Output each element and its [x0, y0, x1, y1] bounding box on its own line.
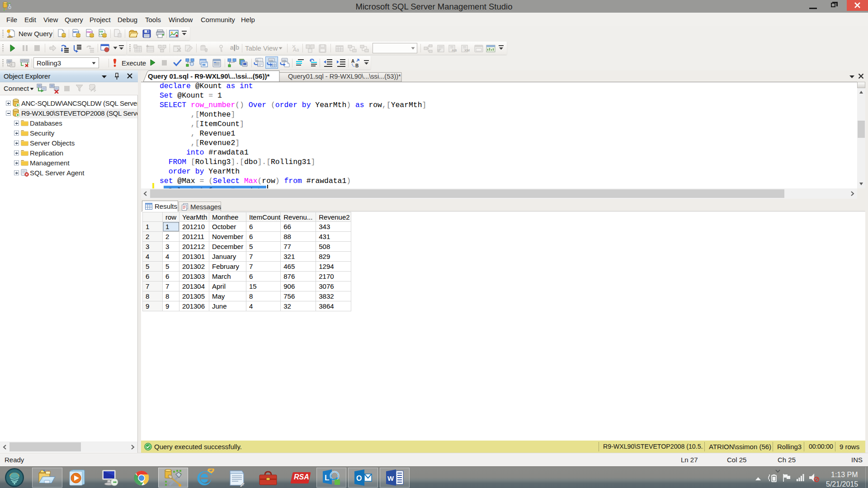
svg-text:W: W	[387, 474, 394, 482]
svg-text:A: A	[351, 59, 354, 64]
svg-text:Aa: Aa	[292, 47, 299, 52]
svg-text:MDX: MDX	[73, 31, 79, 33]
svg-text:O: O	[356, 474, 362, 482]
svg-text:B: B	[355, 63, 359, 68]
svg-text:101: 101	[282, 59, 287, 62]
svg-text:101: 101	[269, 59, 274, 62]
svg-text:LA: LA	[99, 33, 103, 36]
svg-text:L: L	[325, 474, 329, 482]
svg-text:DMX: DMX	[87, 31, 93, 33]
svg-text:XM: XM	[464, 48, 470, 52]
svg-text:AB: AB	[452, 48, 457, 52]
